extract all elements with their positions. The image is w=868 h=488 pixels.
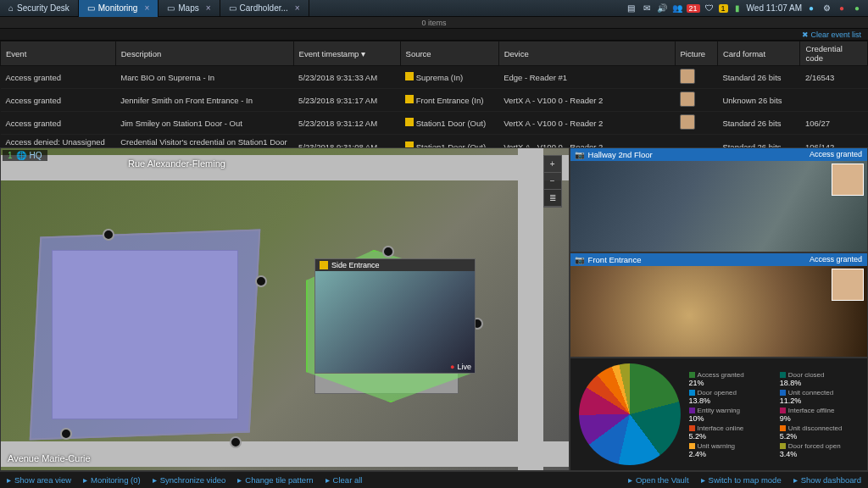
legend-item[interactable]: Interface online5.2% [689,424,771,441]
cell-src: Station1 Door (Out) [400,112,498,135]
tray-icon[interactable]: ● [805,3,817,14]
col-header[interactable]: Event timestamp ▾ [293,42,400,66]
legend-item[interactable]: Unit connected11.2% [780,389,862,405]
table-row[interactable]: Access grantedJennifer Smith on Front En… [1,89,868,112]
sb-change-tile-pattern[interactable]: ▸Change tile pattern [237,475,313,485]
close-icon[interactable]: × [206,3,211,13]
tray-icon[interactable]: 🛡 [704,3,715,14]
tray-icon[interactable]: ▤ [626,3,637,14]
col-header[interactable]: Source [400,42,498,66]
app-tab[interactable]: ⌂ Security Desk [0,0,79,17]
legend-pct: 5.2% [780,432,862,441]
camera-icon: 📷 [575,255,585,264]
legend-swatch [780,425,786,431]
map-camera-dot[interactable] [230,436,242,448]
sb-open-the-vault[interactable]: ▸Open the Vault [628,475,689,485]
legend-label: Unit disconnected [788,424,843,432]
tab-maps[interactable]: ▭Maps× [159,0,220,17]
legend-label: Unit warning [698,442,735,450]
avatar[interactable] [680,69,695,84]
tray-alert-badge[interactable]: 21 [687,4,700,13]
cell-cred: 106/142 [800,135,868,148]
legend-pct: 2.4% [689,450,771,458]
cell-ts: 5/23/2018 9:31:17 AM [293,89,400,112]
map-zone-a[interactable] [30,229,261,440]
map-camera-dot[interactable] [103,229,114,241]
map-camera-popup[interactable]: Side Entrance Live [314,258,476,374]
sb-synchronize-video[interactable]: ▸Synchronize video [153,475,226,485]
tray-icon[interactable]: ● [851,3,863,14]
sb-show-area-view[interactable]: ▸Show area view [7,475,71,485]
tray-icon[interactable]: ● [836,3,848,14]
door-icon [405,95,414,103]
face-thumbnail[interactable] [832,269,864,301]
legend-pct: 21% [689,379,771,387]
cell-dev: VertX A - V100 0 - Reader 2 [498,112,675,135]
table-row[interactable]: Access grantedMarc BIO on Suprema - In5/… [1,66,868,89]
sb-show-dashboard[interactable]: ▸Show dashboard [793,475,861,485]
monitor-icon: ▸ [83,475,87,485]
legend-item[interactable]: Access granted21% [689,371,771,387]
cell-src: Suprema (In) [400,66,498,89]
avatar[interactable] [680,92,695,107]
legend-item[interactable]: Door forced open3.4% [780,442,862,458]
map-layers[interactable]: ≣ [544,190,561,207]
tray-volume-icon[interactable]: 🔊 [656,3,668,14]
col-header[interactable]: Event [1,42,116,66]
map-camera-dot[interactable] [382,246,394,258]
legend-item[interactable]: Unit warning2.4% [689,442,771,458]
close-icon[interactable]: × [295,3,300,13]
sb-label: Monitoring (0) [91,475,141,485]
sb-monitoring-0-[interactable]: ▸Monitoring (0) [83,475,141,485]
map-zoom-out[interactable]: − [544,173,561,190]
avatar[interactable] [680,114,695,130]
legend-item[interactable]: Door opened13.8% [689,389,771,405]
table-row[interactable]: Access grantedJim Smiley on Station1 Doo… [1,112,868,135]
sb-clear-all[interactable]: ▸Clear all [326,475,363,485]
map-panel[interactable]: Rue Alexander-Fleming Avenue Marie-Curie… [0,147,570,471]
video-tile-front[interactable]: 📷Front Entrance Access granted [570,252,868,358]
legend-pct: 13.8% [689,396,771,405]
door-icon [405,72,414,80]
tab-monitoring[interactable]: ▭Monitoring× [79,0,159,17]
legend-swatch [689,372,695,378]
legend-label: Door opened [698,389,737,396]
map-camera-dot[interactable] [60,428,72,440]
legend-swatch [780,372,786,378]
table-row[interactable]: Access denied: Unassigned credentialCred… [1,135,868,148]
map-camera-dot[interactable] [255,275,267,287]
col-header[interactable]: Picture [675,42,717,66]
legend-item[interactable]: Interface offline9% [780,407,862,423]
col-header[interactable]: Device [498,42,675,66]
tray-signal-icon[interactable]: ▮ [732,3,743,14]
cell-ts: 5/23/2018 9:31:08 AM [293,135,400,148]
legend-item[interactable]: Entity warning10% [689,407,771,423]
tab-label: Maps [178,3,198,13]
legend-label: Door forced open [788,442,841,450]
legend-item[interactable]: Door closed18.8% [780,371,862,387]
cell-cred [800,89,868,112]
tray-icon[interactable]: ✉ [641,3,653,14]
tray-settings-icon[interactable]: ⚙ [821,3,832,14]
close-icon[interactable]: × [144,3,149,13]
video-tile-hallway[interactable]: 📷Hallway 2nd Floor Access granted [570,147,868,252]
legend-item[interactable]: Unit disconnected5.2% [780,424,862,441]
col-header[interactable]: Card format [717,42,800,66]
popup-video[interactable]: Live [315,271,475,373]
map-zoom-in[interactable]: + [544,156,561,173]
legend-pct: 11.2% [780,396,862,405]
face-thumbnail[interactable] [832,164,864,196]
tray-warn-badge[interactable]: 1 [719,4,728,13]
cell-fmt: Unknown 26 bits [717,89,800,112]
pie-chart[interactable] [579,363,681,465]
sb-switch-to-map-mode[interactable]: ▸Switch to map mode [701,475,782,485]
globe-icon: 🌐 [16,151,26,160]
tab-cardholder-[interactable]: ▭Cardholder...× [220,0,309,17]
col-header[interactable]: Description [115,42,293,66]
tray-icon[interactable]: 👥 [671,3,683,14]
col-header[interactable]: Credential code [800,42,868,66]
legend-pct: 5.2% [689,432,771,441]
clear-event-list[interactable]: ✖ Clear event list [0,29,868,41]
right-column: 📷Hallway 2nd Floor Access granted 📷Front… [570,147,868,471]
cell-dev: VertX A - V100 0 - Reader 2 [498,89,675,112]
